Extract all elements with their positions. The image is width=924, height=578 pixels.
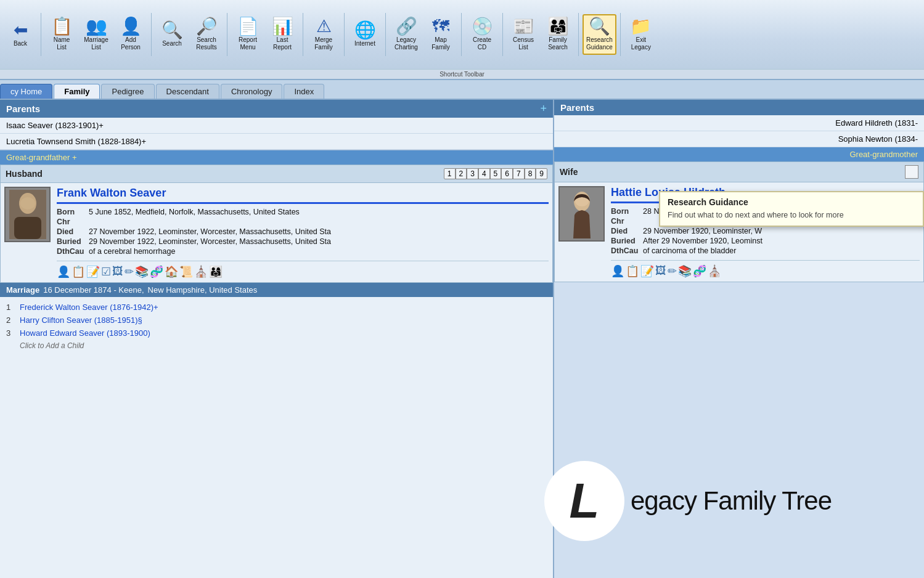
merge-family-icon: ⚠	[316, 18, 332, 35]
husband-died-label: Died	[57, 227, 89, 236]
descendant-label: Descendant	[166, 87, 209, 96]
right-parents-header: Parents	[554, 100, 924, 115]
search-button[interactable]: 🔍 Search	[155, 18, 189, 51]
wife-dthcau-val: of carcinoma of the bladder	[643, 246, 736, 255]
back-button[interactable]: ⬅ Back	[4, 18, 37, 51]
merge-family-button[interactable]: ⚠ MergeFamily	[307, 15, 340, 54]
tab-legacy-home[interactable]: cy Home	[0, 84, 52, 99]
add-child-link[interactable]: Click to Add a Child	[20, 341, 547, 350]
pedigree-num-2[interactable]: 2	[456, 168, 467, 179]
husband-gallery-icon[interactable]: 🖼	[112, 265, 123, 279]
husband-photo-icon[interactable]: 👤	[57, 265, 70, 279]
wife-died: Died 29 November 1920, Leominster, W	[611, 227, 920, 235]
svg-rect-2	[14, 217, 41, 239]
marriage-list-button[interactable]: 👥 MarriageList	[80, 15, 113, 54]
wife-sources-icon[interactable]: 📋	[626, 264, 639, 278]
marriage-place: New Hampshire, United States	[148, 285, 258, 295]
tab-pedigree[interactable]: Pedigree	[101, 84, 154, 99]
research-guidance-button[interactable]: 🔍 ResearchGuidance	[583, 14, 616, 55]
husband-tasks-icon[interactable]: ☑	[101, 265, 111, 279]
pedigree-num-8[interactable]: 8	[525, 168, 536, 179]
watermark-text: egacy Family Tree	[631, 486, 832, 516]
child-name-3[interactable]: Howard Edward Seaver (1893-1900)	[20, 328, 150, 338]
husband-books-icon[interactable]: 📚	[135, 265, 149, 279]
search-results-button[interactable]: 🔎 SearchResults	[190, 15, 223, 54]
child-name-2[interactable]: Harry Clifton Seaver (1885-1951)§	[20, 315, 142, 325]
name-list-button[interactable]: 📋 NameList	[45, 15, 78, 54]
last-report-button[interactable]: 📊 LastReport	[266, 15, 299, 54]
name-list-icon: 📋	[51, 18, 73, 35]
map-family-button[interactable]: 🗺 MapFamily	[424, 15, 457, 54]
husband-sources-icon[interactable]: 📋	[72, 265, 85, 279]
father-row[interactable]: Isaac Seaver (1823-1901)+	[0, 118, 553, 134]
child-num-2: 2	[6, 315, 16, 325]
pedigree-numbers: 1 2 3 4 5 6 7 8 9	[444, 168, 547, 179]
right-father-row[interactable]: Edward Hildreth (1831-	[554, 115, 924, 131]
husband-card-body: Frank Walton Seaver Born 5 June 1852, Me…	[1, 183, 552, 282]
pedigree-num-4[interactable]: 4	[478, 168, 490, 179]
wife-dna-icon[interactable]: 🧬	[693, 264, 706, 278]
child-name-1[interactable]: Frederick Walton Seaver (1876-1942)+	[20, 303, 158, 312]
legacy-charting-button[interactable]: 🔗 LegacyCharting	[390, 15, 423, 54]
pedigree-num-9[interactable]: 9	[536, 168, 547, 179]
mother-row[interactable]: Lucretia Townsend Smith (1828-1884)+	[0, 134, 553, 150]
exit-legacy-button[interactable]: 📁 ExitLegacy	[624, 15, 658, 54]
husband-family-icon[interactable]: 👨‍👩‍👧	[209, 265, 223, 279]
exit-legacy-label: ExitLegacy	[631, 36, 651, 51]
tab-chronology[interactable]: Chronology	[221, 84, 283, 99]
pedigree-num-7[interactable]: 7	[513, 168, 525, 179]
shortcut-toolbar-label: Shortcut Toolbar	[0, 69, 924, 79]
wife-books-icon[interactable]: 📚	[678, 264, 692, 278]
watermark-letter: L	[569, 473, 599, 529]
tooltip-body: Find out what to do next and where to lo…	[660, 210, 923, 226]
child-row-1: 1 Frederick Walton Seaver (1876-1942)+	[6, 301, 547, 314]
pedigree-num-6[interactable]: 6	[501, 168, 513, 179]
husband-church-icon[interactable]: ⛪	[194, 265, 208, 279]
wife-photo-icon[interactable]: 👤	[611, 264, 624, 278]
search-results-label: SearchResults	[196, 36, 216, 51]
toolbar-divider-10	[620, 13, 621, 56]
husband-scroll-icon[interactable]: 📜	[179, 265, 193, 279]
wife-died-val: 29 November 1920, Leominster, W	[643, 227, 762, 235]
family-label: Family	[64, 87, 89, 96]
internet-button[interactable]: 🌐 Internet	[348, 18, 382, 51]
child-num-3: 3	[6, 328, 16, 338]
tab-index[interactable]: Index	[284, 84, 324, 99]
add-person-label: AddPerson	[121, 36, 141, 51]
pedigree-num-3[interactable]: 3	[467, 168, 478, 179]
svg-point-3	[20, 197, 35, 210]
husband-born: Born 5 June 1852, Medfield, Norfolk, Mas…	[57, 208, 549, 216]
right-parents-names: Edward Hildreth (1831- Sophia Newton (18…	[554, 115, 924, 147]
left-parents-title: Parents	[6, 104, 40, 114]
family-search-button[interactable]: 👨‍👩‍👧 FamilySearch	[541, 15, 574, 54]
watermark: L egacy Family Tree	[544, 461, 832, 541]
research-guidance-tooltip: Research Guidance Find out what to do ne…	[659, 191, 924, 227]
husband-card: Husband 1 2 3 4 5 6 7 8 9	[0, 165, 553, 283]
husband-name[interactable]: Frank Walton Seaver	[57, 187, 549, 204]
wife-pedigree-box[interactable]	[905, 165, 918, 179]
pedigree-num-5[interactable]: 5	[490, 168, 502, 179]
child-row-2: 2 Harry Clifton Seaver (1885-1951)§	[6, 314, 547, 327]
wife-edit-icon[interactable]: ✏	[668, 264, 677, 278]
pedigree-num-1[interactable]: 1	[444, 168, 456, 179]
wife-gallery-icon[interactable]: 🖼	[655, 264, 666, 278]
create-cd-button[interactable]: 💿 CreateCD	[465, 15, 499, 54]
husband-dna-icon[interactable]: 🧬	[150, 265, 163, 279]
map-family-icon: 🗺	[432, 18, 449, 35]
husband-notes-icon[interactable]: 📝	[86, 265, 100, 279]
wife-notes-icon[interactable]: 📝	[640, 264, 654, 278]
add-person-button[interactable]: 👤 AddPerson	[114, 15, 147, 54]
right-mother-row[interactable]: Sophia Newton (1834-	[554, 131, 924, 147]
husband-dthcau: DthCau of a cerebral hemorrhage	[57, 247, 549, 256]
husband-chr: Chr	[57, 218, 549, 226]
census-list-button[interactable]: 📰 CensusList	[507, 15, 540, 54]
husband-died: Died 27 November 1922, Leominster, Worce…	[57, 227, 549, 236]
tab-family[interactable]: Family	[54, 84, 100, 99]
tab-descendant[interactable]: Descendant	[156, 84, 219, 99]
husband-home-icon[interactable]: 🏠	[165, 265, 178, 279]
wife-church-icon[interactable]: ⛪	[708, 264, 721, 278]
marriage-date: 16 December 1874 - Keene,	[43, 285, 144, 295]
husband-edit-icon[interactable]: ✏	[125, 265, 134, 279]
add-parents-button[interactable]: +	[540, 102, 547, 115]
report-menu-button[interactable]: 📄 ReportMenu	[231, 15, 264, 54]
